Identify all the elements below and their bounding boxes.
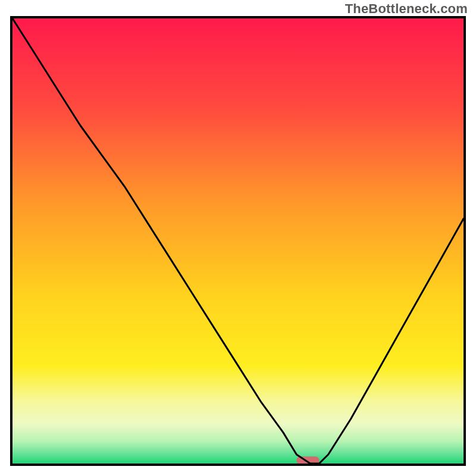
gradient-background [12, 18, 464, 464]
chart-frame: TheBottleneck.com [0, 0, 476, 476]
watermark-text: TheBottleneck.com [345, 1, 468, 17]
plot-area [10, 16, 466, 466]
chart-svg [12, 18, 464, 464]
